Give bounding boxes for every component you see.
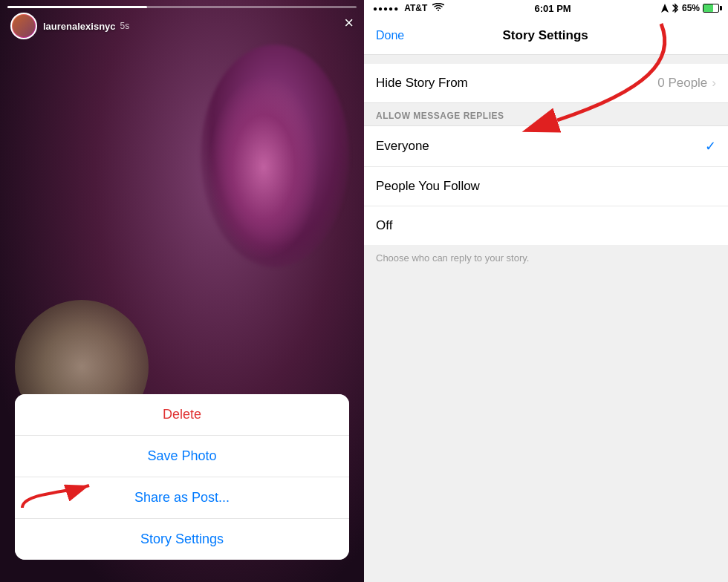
- location-icon: [661, 4, 669, 13]
- status-right-icons: 65%: [661, 3, 719, 13]
- everyone-label: Everyone: [376, 139, 429, 154]
- story-settings-action-item[interactable]: Story Settings: [15, 519, 349, 560]
- avatar: [10, 13, 37, 39]
- off-option[interactable]: Off: [364, 206, 728, 245]
- progress-bar-fill: [7, 6, 147, 8]
- nav-bar: Done Story Settings: [364, 16, 728, 55]
- chevron-icon: ›: [712, 76, 716, 91]
- allow-replies-header: ALLOW MESSAGE REPLIES: [364, 103, 728, 126]
- close-button[interactable]: ×: [344, 13, 354, 33]
- bluetooth-icon: [672, 3, 679, 13]
- hide-story-value: 0 People ›: [657, 76, 716, 91]
- everyone-option[interactable]: Everyone ✓: [364, 126, 728, 167]
- carrier-label: AT&T: [404, 3, 427, 13]
- people-you-follow-label: People You Follow: [376, 179, 480, 194]
- battery-pct: 65%: [682, 3, 700, 13]
- hide-story-row[interactable]: Hide Story From 0 People ›: [364, 64, 728, 103]
- story-panel: laurenalexisnyc 5s × Delete Save Photo S…: [0, 0, 364, 582]
- hint-text: Choose who can reply to your story.: [364, 245, 728, 271]
- progress-bar-container: [7, 6, 357, 8]
- people-you-follow-option[interactable]: People You Follow: [364, 167, 728, 206]
- hide-story-label: Hide Story From: [376, 76, 468, 91]
- username: laurenalexisnyc: [43, 21, 116, 32]
- action-sheet: Delete Save Photo Share as Post... Story…: [15, 394, 349, 560]
- signal-dots: ●●●●●: [373, 4, 399, 13]
- battery-icon: [703, 4, 719, 13]
- hide-story-count: 0 People: [657, 76, 707, 91]
- settings-panel: ●●●●● AT&T 6:01 PM 65%: [364, 0, 728, 582]
- story-user-info: laurenalexisnyc 5s: [10, 13, 129, 39]
- battery-fill: [703, 4, 713, 12]
- timestamp: 5s: [120, 21, 130, 31]
- settings-content: Hide Story From 0 People › ALLOW MESSAGE…: [364, 55, 728, 582]
- wifi-icon: [432, 3, 444, 14]
- save-photo-action-item[interactable]: Save Photo: [15, 436, 349, 477]
- off-label: Off: [376, 218, 392, 233]
- avatar-image: [13, 15, 35, 37]
- status-signal: ●●●●● AT&T: [373, 3, 444, 14]
- share-as-post-action-item[interactable]: Share as Post...: [15, 477, 349, 519]
- page-title: Story Settings: [503, 28, 588, 43]
- flower-decoration-2: [208, 74, 319, 260]
- delete-action-item[interactable]: Delete: [15, 394, 349, 436]
- story-header: laurenalexisnyc 5s ×: [0, 0, 364, 45]
- status-bar: ●●●●● AT&T 6:01 PM 65%: [364, 0, 728, 16]
- time-display: 6:01 PM: [535, 3, 571, 14]
- done-button[interactable]: Done: [376, 29, 404, 42]
- everyone-checkmark: ✓: [705, 138, 716, 154]
